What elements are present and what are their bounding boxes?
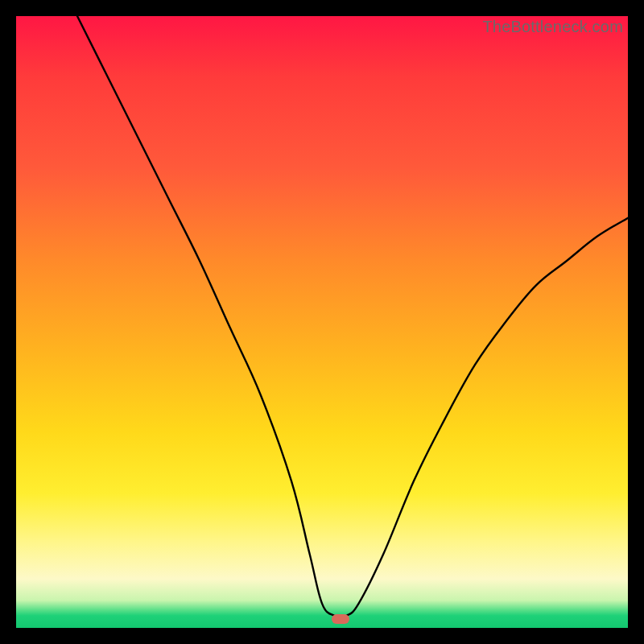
bottleneck-curve bbox=[16, 16, 628, 628]
optimum-marker bbox=[332, 614, 349, 624]
chart-frame: TheBottleneck.com bbox=[0, 0, 644, 644]
plot-area: TheBottleneck.com bbox=[16, 16, 628, 628]
